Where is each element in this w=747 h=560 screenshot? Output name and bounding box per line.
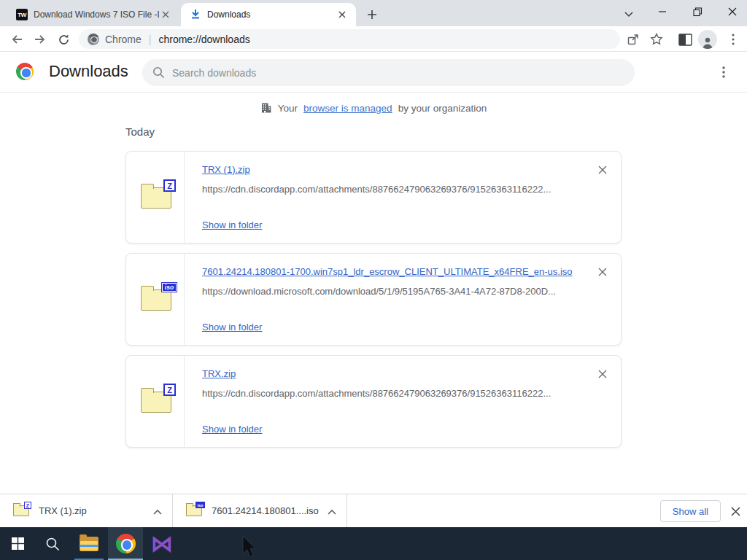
chrome-logo-icon (16, 63, 34, 80)
managed-text-suffix: by your organization (398, 103, 487, 114)
tab-title: Download Windows 7 ISO File -L (34, 9, 159, 20)
shelf-chip-label: 7601.24214.180801....iso (212, 505, 328, 516)
start-button[interactable] (0, 527, 35, 560)
share-icon[interactable] (624, 30, 643, 49)
search-icon (152, 66, 165, 79)
chrome-icon (116, 534, 136, 553)
zip-file-icon: Z (141, 392, 171, 413)
iso-badge: iso (196, 502, 205, 508)
zip-badge: Z (163, 384, 176, 396)
windows-taskbar: ⋈ 8:28 AM 3/13/2023 5 (0, 527, 747, 560)
file-explorer-icon (80, 537, 98, 551)
visual-studio-icon: ⋈ (151, 533, 173, 555)
tw-favicon-icon: TW (16, 9, 28, 20)
page-menu-kebab-icon[interactable] (716, 64, 732, 80)
visual-studio-button[interactable]: ⋈ (144, 527, 179, 560)
chrome-taskbar-button[interactable] (108, 527, 143, 560)
show-all-button[interactable]: Show all (660, 500, 721, 522)
file-icon-column: Z (126, 152, 185, 243)
forward-button[interactable] (31, 30, 50, 49)
mouse-cursor (242, 536, 258, 560)
show-in-folder-link[interactable]: Show in folder (202, 424, 262, 435)
side-panel-icon[interactable] (676, 30, 694, 49)
remove-download-icon[interactable] (595, 264, 611, 280)
bookmark-star-icon[interactable] (647, 30, 666, 49)
tab-title: Downloads (207, 9, 336, 20)
zip-badge: Z (163, 179, 176, 192)
iso-badge: iso (161, 282, 177, 292)
back-button[interactable] (7, 30, 26, 49)
tab-strip: TW Download Windows 7 ISO File -L Downlo… (0, 0, 747, 26)
window-restore-button[interactable] (683, 0, 712, 23)
new-tab-button[interactable] (363, 6, 381, 23)
site-label: Chrome (105, 34, 142, 45)
show-in-folder-link[interactable]: Show in folder (202, 219, 262, 230)
window-close-button[interactable] (718, 0, 747, 23)
managed-text-prefix: Your (278, 103, 298, 114)
managed-browser-notice: Your browser is managed by your organiza… (0, 102, 747, 114)
organization-building-icon (260, 102, 272, 114)
download-shelf: Z TRX (1).zip iso 7601.24214.180801....i… (0, 494, 747, 527)
zip-file-icon: Z (13, 505, 29, 516)
download-card: Z TRX.zip https://cdn.discordapp.com/att… (125, 355, 622, 448)
browser-toolbar: Chrome | chrome://downloads (0, 26, 747, 52)
download-source-url: https://cdn.discordapp.com/attachments/8… (202, 388, 551, 399)
chevron-up-icon[interactable] (153, 505, 162, 518)
section-label-today: Today (125, 125, 155, 138)
downloads-search-box[interactable] (142, 59, 635, 86)
download-source-url: https://cdn.discordapp.com/attachments/8… (202, 184, 551, 195)
download-source-url: https://download.microsoft.com/download/… (202, 286, 556, 297)
download-filename-link[interactable]: TRX (1).zip (202, 164, 250, 175)
reload-button[interactable] (54, 30, 73, 49)
download-filename-link[interactable]: 7601.24214.180801-1700.win7sp1_ldr_escro… (202, 266, 573, 277)
iso-file-icon: iso (186, 505, 202, 516)
search-input[interactable] (172, 67, 595, 79)
file-explorer-button[interactable] (71, 527, 107, 560)
browser-window: TW Download Windows 7 ISO File -L Downlo… (0, 0, 747, 560)
chevron-up-icon[interactable] (328, 505, 336, 518)
downloads-page-header: Downloads (0, 52, 747, 93)
remove-download-icon[interactable] (595, 366, 611, 382)
shelf-download-chip[interactable]: iso 7601.24214.180801....iso (173, 494, 347, 527)
url-text: chrome://downloads (158, 34, 249, 45)
zip-badge: Z (24, 502, 31, 509)
download-filename-link[interactable]: TRX.zip (202, 368, 236, 379)
tab-close-icon[interactable] (159, 8, 172, 21)
show-in-folder-link[interactable]: Show in folder (202, 322, 262, 332)
download-card: Z TRX (1).zip https://cdn.discordapp.com… (125, 151, 622, 244)
download-card: iso 7601.24214.180801-1700.win7sp1_ldr_e… (125, 253, 622, 346)
chrome-site-icon (88, 34, 99, 45)
tab-search-chevron-icon[interactable] (620, 6, 638, 23)
tab-download-windows7[interactable]: TW Download Windows 7 ISO File -L (7, 3, 179, 26)
remove-download-icon[interactable] (595, 162, 611, 178)
tab-close-icon[interactable] (336, 8, 349, 21)
profile-avatar[interactable] (698, 30, 717, 49)
address-bar[interactable]: Chrome | chrome://downloads (79, 29, 620, 49)
managed-link[interactable]: browser is managed (303, 103, 392, 114)
browser-menu-kebab-icon[interactable] (724, 30, 743, 49)
taskbar-search-button[interactable] (35, 527, 70, 560)
page-title: Downloads (49, 62, 128, 81)
file-icon-column: Z (126, 356, 185, 447)
shelf-close-icon[interactable] (728, 504, 743, 518)
download-favicon-icon (190, 8, 201, 22)
iso-file-icon: iso (141, 289, 171, 311)
shelf-chip-label: TRX (1).zip (39, 505, 153, 516)
file-icon-column: iso (126, 254, 185, 345)
zip-file-icon: Z (141, 187, 171, 209)
window-minimize-button[interactable] (648, 0, 677, 23)
shelf-download-chip[interactable]: Z TRX (1).zip (0, 494, 173, 527)
separator: | (149, 34, 152, 45)
tab-downloads-active[interactable]: Downloads (181, 3, 356, 26)
